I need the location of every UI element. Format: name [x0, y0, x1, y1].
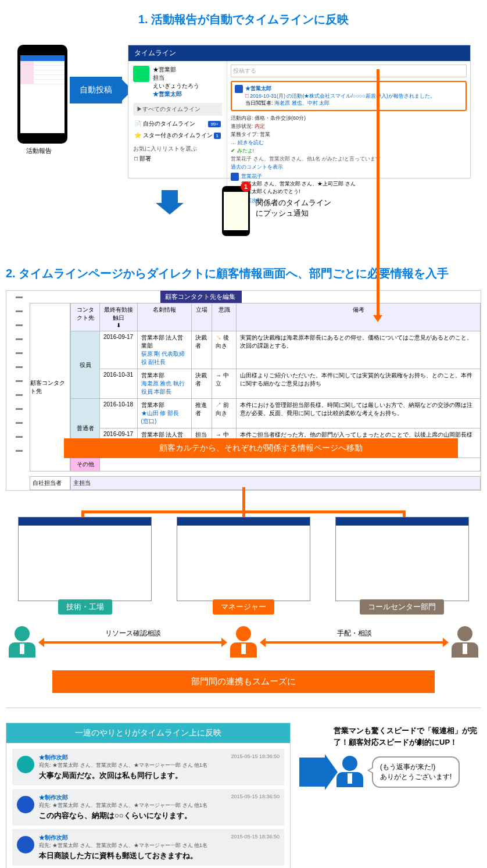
dept-screen-callcenter: [335, 517, 469, 601]
show-comments-link[interactable]: 過去のコメントを表示: [231, 163, 467, 171]
push-badge: 1: [241, 181, 251, 192]
orange-banner-2: 部門間の連携もスムーズに: [52, 670, 435, 693]
dept-screen-manager: [177, 517, 310, 601]
like-text: 営業花子 さん、営業次郎 さん、他1名 がみたよ!と言っています: [231, 155, 467, 163]
table-row: 普通者 2016-10-18 営業本部★山田 修 部長 (窓口) 推進者 ↗ 前…: [71, 399, 481, 428]
highlighted-post: ★営業太郎 □ 2016-10-31(月) の活動(★株式会社スマイル/○○○○…: [231, 81, 467, 111]
post-message: 本日商談した方に資料も郵送しておきますね。: [39, 851, 226, 861]
meta3: 営業: [260, 131, 270, 137]
section-2-title: 2. タイムラインページからダイレクトに顧客情報画面へ、部門ごとに必要情報を入手: [6, 266, 481, 281]
phone-label: 活動報告: [26, 147, 52, 155]
post-timestamp: 2015-05-15 18:36:50: [231, 834, 280, 861]
meta3-label: 業務タイプ:: [231, 131, 259, 137]
timeline-sidebar: ★営業部 担当 えいぎょうたろう ★営業太郎 ▶すべてのタイムライン 📄 自分の…: [128, 61, 227, 210]
table-row: その他: [71, 458, 481, 471]
post-author[interactable]: ★制作次郎: [39, 834, 226, 842]
push-notification-phone: [222, 186, 250, 236]
customer-contact-table-panel: 顧客コンタクト先を編集 顧客コンタクト先 コンタクト先 最終有効接触日⬇ 名刺情…: [6, 290, 481, 491]
vertical-orange-arrow: [377, 69, 379, 316]
post-author[interactable]: ★制作次郎: [39, 794, 226, 802]
meta2: 内定: [255, 123, 265, 129]
readers[interactable]: 海老原 雅也、中村 太郎: [274, 100, 330, 106]
meta1-label: 活動内容:: [231, 115, 253, 121]
speech-line-1: (もう返事が来た!): [380, 762, 452, 772]
auto-post-label: 自動投稿: [80, 85, 112, 95]
dept-label-manager: マネージャー: [213, 599, 274, 615]
c1-text: 営業太郎 さん、営業次郎 さん、★上司三郎 さん: [241, 181, 356, 187]
main-person-label: 主担当: [70, 476, 481, 490]
section-1-diagram: 活動報告 自動投稿 タイムライン ★営業部 担当 えいぎょうたろう ★営業太郎 …: [6, 39, 481, 248]
user-name: ★営業太郎: [153, 90, 199, 98]
h-arrow-left: リソース確認相談: [43, 641, 223, 644]
auto-post-arrow: 自動投稿: [70, 77, 122, 103]
post-avatar-icon: [17, 836, 34, 853]
badge-99: 99+: [208, 121, 221, 127]
spiral-binding-icon: [16, 297, 23, 459]
th-note: 備考: [237, 303, 481, 331]
section-3: 一連のやりとりがタイムライン上に反映 ★制作次郎宛先: ★営業太郎 さん、営業次…: [6, 723, 481, 868]
th-date[interactable]: 最終有効接触日⬇: [100, 303, 138, 331]
meta1: 価格・条件交渉(60分): [255, 115, 306, 121]
meta2-label: 進捗状況:: [231, 123, 253, 129]
table-row: 役員 2016-09-17 営業本部 法人営業部荻原 剛 代表取締役 副社長 決…: [71, 331, 481, 369]
timeline-tab-star[interactable]: ⭐ スター付きのタイムライン 1: [133, 130, 222, 141]
user-dept: ★営業部: [153, 66, 199, 74]
activity-report-phone: [17, 45, 67, 144]
like-label: ✔ みたよ!: [231, 147, 467, 155]
post-author[interactable]: ★制作次郎: [39, 753, 226, 762]
table-row: 2016-10-31 営業本部海老原 雅也 執行役員 本部長 決裁者 → 中立 …: [71, 369, 481, 399]
result-arrow-icon: [299, 758, 325, 787]
timeline-tab-mine[interactable]: 📄 自分のタイムライン 99+: [133, 118, 222, 130]
th-contact: コンタクト先: [71, 303, 100, 331]
post-timestamp: 2015-05-15 18:36:50: [231, 794, 280, 821]
section-1-num: 1.: [138, 13, 148, 26]
post-user-icon: [235, 85, 243, 93]
post-author[interactable]: ★営業太郎: [245, 85, 271, 91]
result-header: 一連のやりとりがタイムライン上に反映: [6, 723, 290, 743]
post-message: この内容なら、納期は○○くらいになります。: [39, 810, 226, 821]
section-2-num: 2.: [6, 267, 16, 280]
speech-line-2: ありがとうございます!: [380, 772, 452, 782]
push-arrow-icon: [156, 190, 179, 217]
badge-1: 1: [214, 133, 221, 139]
th-role: 立場: [192, 303, 212, 331]
post-input[interactable]: 投稿する: [231, 65, 467, 77]
post-link-text[interactable]: 2016-10-31(月) の活動(★株式会社スマイル/○○○○新規導入)が報告…: [250, 93, 435, 99]
section-2-text: タイムラインページからダイレクトに顧客情報画面へ、部門ごとに必要情報を入手: [19, 267, 449, 280]
timeline-post: ★制作次郎宛先: ★営業太郎 さん、営業次郎 さん、★マネージャー一郎 さん 他…: [12, 789, 284, 826]
dept-label-callcenter: コールセンター部門: [360, 599, 444, 615]
post-avatar-icon: [17, 756, 34, 773]
read-more-link[interactable]: … 続きを読む: [231, 139, 467, 147]
dept-screen-tech: [18, 517, 152, 601]
dept-label-tech: 技術・工場: [58, 599, 112, 615]
c1-name[interactable]: 営業花子: [241, 173, 262, 179]
h-arrow-right: 手配・相談: [264, 641, 444, 644]
arrow-right-label: 手配・相談: [264, 628, 444, 638]
comment-user-icon: [231, 173, 239, 181]
person-callcenter-icon: [449, 626, 481, 659]
section-1-text: 活動報告が自動でタイムラインに反映: [151, 13, 349, 26]
post-recipients: 宛先: ★営業太郎 さん、営業次郎 さん、★マネージャー一郎 さん 他1名: [39, 762, 226, 769]
readers-label: 当日閲覧者:: [245, 100, 273, 106]
post-recipients: 宛先: ★営業太郎 さん、営業次郎 さん、★マネージャー一郎 さん 他1名: [39, 842, 226, 849]
section-1-title: 1. 活動報告が自動でタイムラインに反映: [6, 12, 481, 27]
timeline-result-panel: 一連のやりとりがタイムライン上に反映 ★制作次郎宛先: ★営業太郎 さん、営業次…: [6, 723, 291, 868]
timeline-tab-all[interactable]: ▶すべてのタイムライン: [133, 103, 222, 116]
person-sales-icon: [334, 756, 366, 788]
person-manager-icon: [227, 626, 260, 659]
timeline-header: タイムライン: [128, 45, 470, 61]
side-label-2: 自社担当者: [30, 476, 70, 490]
th-intent: 意識: [212, 303, 237, 331]
tab-star-label: スター付きのタイムライン: [143, 132, 213, 138]
fav-item-dept[interactable]: □ 部署: [133, 153, 222, 165]
user-avatar-icon: [133, 66, 149, 82]
separator: [6, 708, 481, 708]
speech-bubble: (もう返事が来た!) ありがとうございます!: [372, 756, 460, 788]
timeline-post: ★制作次郎宛先: ★営業太郎 さん、営業次郎 さん、★マネージャー一郎 さん 他…: [12, 829, 284, 866]
timeline-panel: タイムライン ★営業部 担当 えいぎょうたろう ★営業太郎 ▶すべてのタイムライ…: [128, 45, 471, 178]
timeline-post: ★制作次郎宛先: ★営業太郎 さん、営業次郎 さん、★マネージャー一郎 さん 他…: [12, 749, 284, 785]
person-tech-icon: [6, 626, 38, 659]
post-avatar-icon: [17, 796, 34, 813]
th-card: 名刺情報: [137, 303, 192, 331]
user-kana: えいぎょうたろう: [153, 82, 199, 90]
